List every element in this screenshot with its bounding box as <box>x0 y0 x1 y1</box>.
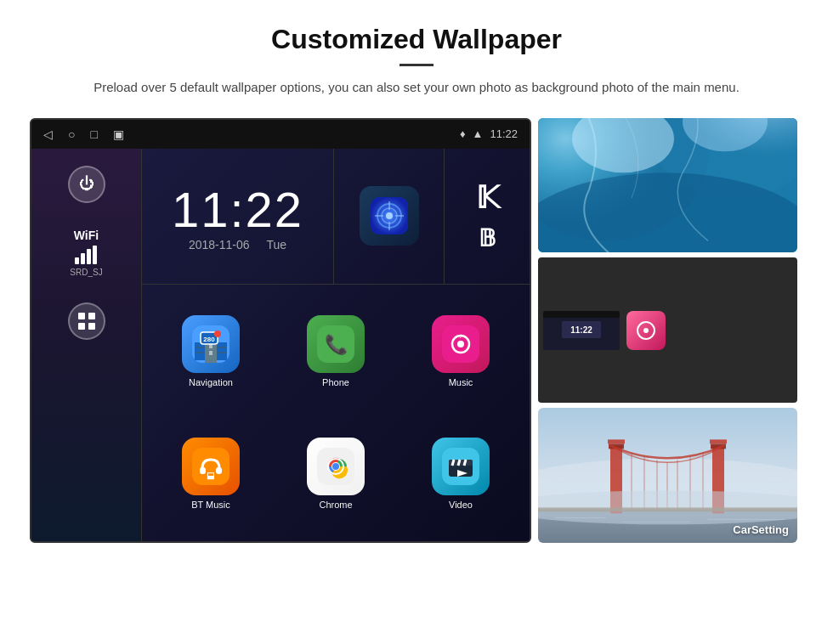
app-item-music[interactable]: ♪ Music <box>400 293 521 411</box>
svg-point-24 <box>214 330 221 337</box>
video-icon <box>432 438 490 495</box>
apps-drawer-button[interactable] <box>68 302 105 340</box>
carsetting-label: CarSetting <box>733 523 789 536</box>
svg-rect-72 <box>710 439 727 443</box>
svg-rect-32 <box>200 467 206 474</box>
svg-rect-55 <box>543 311 620 318</box>
app-item-bt-music[interactable]: ⬓ BT Music <box>150 415 271 533</box>
svg-line-46 <box>464 460 466 466</box>
svg-point-40 <box>332 463 339 470</box>
wifi-signal-icon: ▲ <box>473 127 484 140</box>
wallpaper-panels: 11:22 <box>538 118 797 543</box>
status-right: ♦ ▲ 11:22 <box>460 127 518 140</box>
wifi-bar-1 <box>75 257 79 264</box>
app-label-phone: Phone <box>322 377 349 387</box>
bt-music-icon: ⬓ <box>182 438 240 495</box>
svg-rect-0 <box>78 313 85 319</box>
status-time: 11:22 <box>490 127 518 140</box>
svg-rect-1 <box>88 313 95 319</box>
back-icon: ◁ <box>43 127 53 141</box>
clock-day-value: Tue <box>267 238 287 251</box>
page-description: Preload over 5 default wallpaper options… <box>68 78 765 98</box>
app-grid: 280 Navigation 📞 <box>142 285 530 541</box>
app-b-letter: 𝔹 <box>479 224 496 252</box>
side-apps: 𝕂 𝔹 <box>445 149 530 284</box>
camera-icon: ▣ <box>113 127 124 141</box>
power-button[interactable]: ⏻ <box>68 166 105 203</box>
mini-screen-preview: 11:22 <box>543 311 620 350</box>
screen-body: ⏻ WiFi SRD_SJ <box>31 149 530 541</box>
svg-text:⬓: ⬓ <box>207 471 214 480</box>
app-item-navigation[interactable]: 280 Navigation <box>150 293 271 411</box>
widget-area <box>334 149 445 284</box>
app-label-navigation: Navigation <box>189 377 233 387</box>
wifi-bars <box>70 246 102 264</box>
home-icon: ○ <box>68 127 75 141</box>
svg-rect-33 <box>216 467 222 474</box>
svg-text:📞: 📞 <box>325 333 348 356</box>
wifi-bar-2 <box>81 253 85 264</box>
svg-line-45 <box>458 460 460 466</box>
svg-rect-17 <box>209 351 212 355</box>
location-icon: ♦ <box>460 127 466 140</box>
phone-icon: 📞 <box>307 315 365 373</box>
wallpaper-bridge[interactable]: CarSetting <box>538 408 797 543</box>
app-label-music: Music <box>449 377 473 387</box>
app-item-chrome[interactable]: Chrome <box>275 415 396 533</box>
svg-line-44 <box>452 460 454 466</box>
status-left: ◁ ○ □ ▣ <box>43 127 124 141</box>
android-screen: ◁ ○ □ ▣ ♦ ▲ 11:22 ⏻ WiFi <box>30 118 531 543</box>
wifi-ssid: SRD_SJ <box>70 268 102 277</box>
svg-point-59 <box>643 328 649 333</box>
app-label-video: Video <box>449 500 473 510</box>
svg-rect-3 <box>88 323 95 330</box>
page-header: Customized Wallpaper Preload over 5 defa… <box>0 0 833 111</box>
music-icon: ♪ <box>432 315 490 373</box>
clock-date-value: 2018-11-06 <box>189 238 250 251</box>
chrome-icon <box>307 438 365 495</box>
navigation-icon: 280 <box>182 315 240 373</box>
app-item-video[interactable]: Video <box>400 415 521 533</box>
app-k-letter: 𝕂 <box>476 180 499 216</box>
left-sidebar: ⏻ WiFi SRD_SJ <box>31 149 142 541</box>
main-screen-content: 11:22 2018-11-06 Tue <box>142 149 530 541</box>
content-area: ◁ ○ □ ▣ ♦ ▲ 11:22 ⏻ WiFi <box>0 118 833 543</box>
wallpaper-middle-strip: 11:22 <box>538 257 797 403</box>
svg-text:11:22: 11:22 <box>570 325 592 335</box>
svg-point-7 <box>386 212 393 219</box>
clock-time: 11:22 <box>172 181 303 238</box>
page-title: Customized Wallpaper <box>68 24 765 55</box>
svg-point-81 <box>538 490 797 524</box>
app-item-phone[interactable]: 📞 Phone <box>275 293 396 411</box>
svg-rect-2 <box>78 323 85 330</box>
svg-text:280: 280 <box>203 336 215 343</box>
widget-icon <box>360 186 419 246</box>
status-bar: ◁ ○ □ ▣ ♦ ▲ 11:22 <box>31 120 530 149</box>
wifi-bar-3 <box>87 249 91 264</box>
clock-area: 11:22 2018-11-06 Tue <box>142 149 334 284</box>
svg-point-29 <box>457 341 464 347</box>
wifi-block: WiFi SRD_SJ <box>70 229 102 277</box>
app-label-chrome: Chrome <box>319 500 352 510</box>
recent-icon: □ <box>90 127 97 141</box>
wallpaper-ice[interactable] <box>538 118 797 253</box>
top-section: 11:22 2018-11-06 Tue <box>142 149 530 285</box>
app-label-bt-music: BT Music <box>191 500 230 510</box>
mini-app-icon <box>626 311 666 350</box>
clock-date: 2018-11-06 Tue <box>189 238 286 251</box>
wifi-label: WiFi <box>70 229 102 242</box>
svg-rect-69 <box>608 439 625 443</box>
svg-text:♪: ♪ <box>459 332 462 340</box>
title-divider <box>400 64 434 66</box>
wifi-bar-4 <box>93 246 97 264</box>
